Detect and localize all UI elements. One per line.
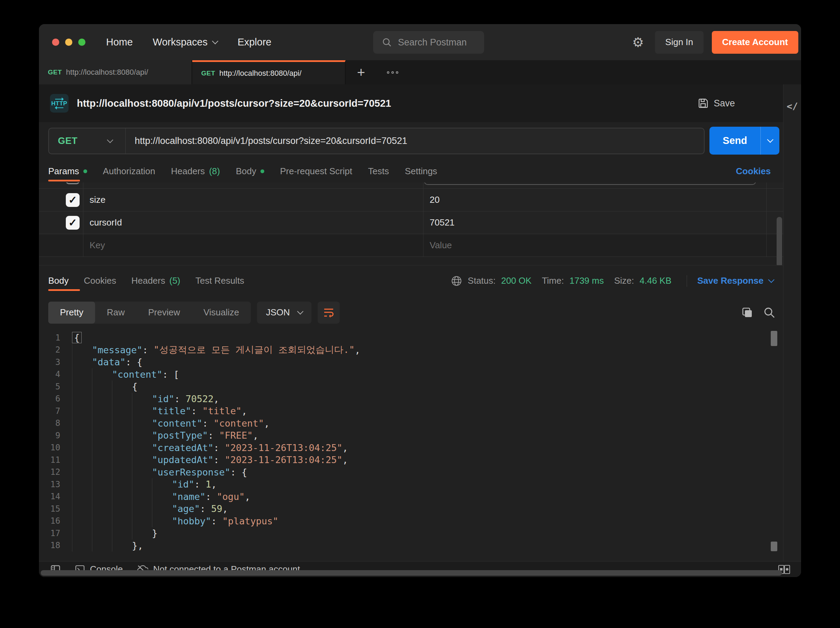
- json-token: "content": [214, 418, 264, 429]
- indent-guide: [112, 540, 132, 552]
- response-tab-test-results[interactable]: Test Results: [195, 275, 244, 286]
- indent-guide: [92, 454, 112, 466]
- search-input[interactable]: Search Postman: [373, 31, 484, 54]
- status-value: 200 OK: [501, 275, 532, 286]
- params-scrollbar[interactable]: [777, 217, 782, 265]
- json-token: "postType": [152, 430, 208, 441]
- request-tabstrip: GET http://localhost:8080/api/ GET http:…: [39, 60, 801, 84]
- modified-dot-icon: [84, 169, 87, 173]
- url-builder-row: GET http://localhost:8080/api/v1/posts/c…: [39, 122, 783, 160]
- json-token: : [: [162, 369, 179, 380]
- json-token: : {: [126, 357, 143, 367]
- json-token: :: [194, 479, 206, 489]
- chevron-down-icon: [768, 277, 774, 283]
- zoom-window-icon[interactable]: [78, 39, 85, 46]
- param-value-cell[interactable]: 70521: [423, 211, 766, 234]
- create-account-button[interactable]: Create Account: [712, 31, 798, 54]
- param-value-cell[interactable]: 20: [423, 189, 766, 211]
- indent-guide: [92, 540, 112, 552]
- request-tab-1[interactable]: GET http://localhost:8080/api/: [39, 60, 192, 84]
- text-wrap-icon: [322, 307, 335, 319]
- save-response-button[interactable]: Save Response: [697, 275, 774, 286]
- code-snippet-icon[interactable]: </: [786, 101, 798, 112]
- response-tab-cookies[interactable]: Cookies: [84, 275, 116, 286]
- code-scrollbar-thumb[interactable]: [771, 541, 777, 551]
- param-key-cell[interactable]: size: [83, 189, 423, 211]
- minimize-window-icon[interactable]: [65, 39, 73, 46]
- params-table: page✓size20✓cursorId70521KeyValue: [39, 183, 783, 265]
- json-token: "ogu": [217, 491, 245, 502]
- view-mode-pretty[interactable]: Pretty: [48, 302, 95, 324]
- right-sidebar-rail: </: [783, 84, 801, 561]
- format-dropdown[interactable]: JSON: [257, 302, 311, 324]
- json-token: "id": [152, 393, 174, 404]
- method-select[interactable]: GET: [49, 128, 125, 154]
- request-tab-pre-request-script[interactable]: Pre-request Script: [280, 166, 352, 176]
- code-line: 18},: [39, 540, 783, 552]
- close-window-icon[interactable]: [52, 39, 59, 46]
- request-tab-params[interactable]: Params: [48, 166, 87, 176]
- search-response-icon[interactable]: [763, 307, 775, 319]
- param-value-placeholder[interactable]: Value: [423, 234, 766, 257]
- checkbox-checked[interactable]: ✓: [66, 216, 80, 230]
- tab-label: Settings: [405, 166, 437, 176]
- indent-guide: [92, 491, 112, 503]
- param-key-cell[interactable]: page: [83, 183, 423, 188]
- indent-guide: [92, 442, 112, 454]
- tab-label: Headers: [131, 275, 165, 286]
- request-tab-authorization[interactable]: Authorization: [103, 166, 155, 176]
- json-token: }: [152, 528, 158, 538]
- code-scrollbar-thumb[interactable]: [771, 331, 777, 346]
- nav-home[interactable]: Home: [106, 36, 133, 48]
- request-tab-2-active[interactable]: GET http://localhost:8080/api/: [192, 60, 346, 84]
- param-key-cell[interactable]: cursorId: [83, 211, 423, 234]
- param-key-placeholder[interactable]: Key: [83, 234, 423, 257]
- checkbox-checked[interactable]: ✓: [66, 193, 80, 207]
- nav-home-label: Home: [106, 36, 133, 48]
- indent-guide: [92, 405, 112, 417]
- tab-options-button[interactable]: [377, 60, 409, 84]
- sign-in-button[interactable]: Sign In: [655, 31, 704, 54]
- nav-explore[interactable]: Explore: [237, 36, 271, 48]
- horizontal-scrollbar[interactable]: [41, 570, 782, 576]
- globe-icon[interactable]: [451, 275, 463, 287]
- time-label: Time:: [542, 275, 564, 286]
- view-mode-visualize[interactable]: Visualize: [191, 302, 251, 324]
- response-header: BodyCookiesHeaders(5)Test Results Status…: [39, 265, 783, 296]
- indent-guide: [72, 491, 92, 503]
- request-tab-settings[interactable]: Settings: [405, 166, 437, 176]
- send-options-button[interactable]: [761, 127, 779, 154]
- url-field[interactable]: http://localhost:8080/api/v1/posts/curso…: [126, 135, 407, 146]
- search-icon: [382, 38, 392, 47]
- checkbox-unchecked[interactable]: [66, 183, 80, 184]
- json-token: "name": [172, 491, 206, 502]
- wrap-text-button[interactable]: [318, 302, 340, 324]
- json-token: "hobby": [172, 516, 211, 526]
- response-tab-body[interactable]: Body: [48, 275, 69, 286]
- indent-guide: [112, 478, 132, 491]
- nav-workspaces[interactable]: Workspaces: [153, 36, 218, 48]
- screen-background: Home Workspaces Explore Search Postman ⚙…: [0, 0, 840, 628]
- line-number: 17: [39, 529, 72, 538]
- request-tab-headers[interactable]: Headers(8): [171, 166, 220, 176]
- view-mode-raw[interactable]: Raw: [95, 302, 136, 324]
- code-line: 2"message": "성공적으로 모든 게시글이 조회되었습니다.",: [39, 344, 783, 356]
- param-value-cell[interactable]: [423, 183, 766, 188]
- response-body-viewer[interactable]: 1{2"message": "성공적으로 모든 게시글이 조회되었습니다.",3…: [39, 329, 783, 561]
- request-tab-tests[interactable]: Tests: [368, 166, 389, 176]
- request-tab-body[interactable]: Body: [236, 166, 264, 176]
- line-number: 10: [39, 443, 72, 452]
- copy-icon[interactable]: [741, 307, 753, 319]
- request-title-row: HTTP http://localhost:8080/api/v1/posts/…: [39, 84, 783, 122]
- json-token: {: [74, 332, 80, 343]
- cookies-link[interactable]: Cookies: [736, 166, 771, 176]
- new-tab-button[interactable]: +: [346, 60, 377, 84]
- send-button[interactable]: Send: [709, 127, 760, 154]
- save-button[interactable]: Save: [698, 98, 735, 109]
- indent-guide: [112, 527, 132, 540]
- view-mode-preview[interactable]: Preview: [136, 302, 191, 324]
- window-controls[interactable]: [39, 39, 106, 46]
- response-tab-headers[interactable]: Headers(5): [131, 275, 180, 286]
- gear-icon[interactable]: ⚙: [632, 35, 644, 50]
- indent-guide: [112, 417, 132, 430]
